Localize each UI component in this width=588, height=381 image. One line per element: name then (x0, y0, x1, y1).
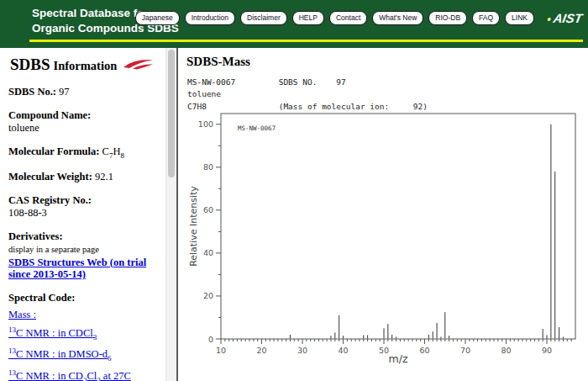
field-label: CAS Registry No.: (8, 194, 92, 206)
sdbs-swoosh-icon (122, 58, 154, 74)
nav-button-faq[interactable]: FAQ (472, 11, 500, 25)
svg-text:80: 80 (203, 162, 213, 172)
svg-text:70: 70 (460, 346, 470, 355)
sidebar-scrollbar[interactable] (165, 48, 176, 381)
derivatives-note: display in a separate page (8, 245, 162, 256)
field-value: toluene (8, 122, 162, 135)
nav-button-disclaimer[interactable]: Disclaimer (240, 11, 287, 25)
svg-text:50: 50 (379, 346, 389, 355)
field-label: SDBS No.: (8, 86, 56, 98)
svg-text:80: 80 (501, 346, 511, 355)
aist-logo-dot (547, 18, 551, 21)
field-value: 92.1 (95, 171, 113, 183)
header-underline (29, 40, 583, 42)
site-header: Spectral Database for Organic Compounds … (0, 0, 588, 48)
svg-text:60: 60 (203, 205, 213, 214)
nav-button-link[interactable]: LINK (505, 11, 534, 25)
svg-text:40: 40 (338, 346, 348, 355)
field-value: 108-88-3 (8, 207, 162, 220)
nav-button-rio-db[interactable]: RIO-DB (428, 11, 467, 25)
nav-button-japanese[interactable]: Japanese (135, 11, 180, 25)
content-row: SDBS Information SDBS No.: 97Compound Na… (0, 48, 588, 381)
svg-text:60: 60 (419, 346, 429, 355)
field-label: Molecular Formula: (8, 146, 99, 157)
field-label: Molecular Weight: (8, 171, 92, 183)
field-value: C7H8 (102, 146, 124, 157)
field-molecular-formula: Molecular Formula: C7H8 (8, 146, 162, 160)
svg-text:MS-NW-0067: MS-NW-0067 (238, 124, 276, 132)
nmr-link[interactable]: 13C NMR : in DMSO-d6 (8, 344, 162, 366)
nmr-links-list: 13C NMR : in CDCl313C NMR : in DMSO-d613… (8, 323, 162, 381)
svg-text:m/z: m/z (389, 352, 408, 365)
spectral-code-label: Spectral Code: (8, 292, 162, 304)
mass-spectrum-chart: 102030405060708090020406080100MS-NW-0067… (185, 108, 588, 381)
nav-button-introduction[interactable]: Introduction (185, 11, 235, 25)
structures-web-link[interactable]: SDBS Structures Web (on trial since 2013… (8, 257, 162, 281)
spectrum-heading: SDBS-Mass (186, 55, 250, 69)
svg-text:100: 100 (198, 119, 213, 129)
nav-button-help[interactable]: HELP (292, 11, 324, 25)
svg-text:90: 90 (542, 346, 552, 355)
sdbs-page: Spectral Database for Organic Compounds … (0, 0, 588, 381)
sidebar-title-sdbs: SDBS (10, 56, 50, 73)
nmr-link[interactable]: 13C NMR : in CD2Cl2 at 27C (8, 366, 162, 381)
sidebar-title-information: Information (54, 59, 118, 72)
field-molecular-weight: Molecular Weight: 92.1 (8, 171, 162, 183)
field-sdbs-no: SDBS No.: 97 (8, 86, 162, 98)
nmr-link[interactable]: 13C NMR : in CDCl3 (8, 323, 162, 345)
field-cas-registry-no: CAS Registry No.:108-88-3 (8, 194, 162, 220)
aist-logo[interactable]: AIST (546, 11, 583, 25)
svg-text:20: 20 (203, 291, 213, 300)
derivatives-block: Derivatives: display in a separate page … (8, 230, 162, 280)
sidebar-title: SDBS Information (10, 56, 162, 74)
info-sidebar: SDBS Information SDBS No.: 97Compound Na… (0, 48, 165, 381)
field-compound-name: Compound Name:toluene (8, 109, 162, 135)
field-value: 97 (59, 86, 70, 98)
svg-text:20: 20 (256, 346, 266, 355)
chart-container: 102030405060708090020406080100MS-NW-0067… (185, 108, 588, 381)
plot-area (221, 114, 575, 339)
svg-text:Relative Intensity: Relative Intensity (188, 186, 199, 267)
nav-button-contact[interactable]: Contact (329, 11, 367, 25)
spectrum-main-panel: SDBS-Mass MS-NW-0067 SDBS NO. 97 toluene… (178, 48, 588, 381)
derivatives-label: Derivatives: (8, 230, 63, 242)
svg-text:10: 10 (216, 346, 226, 355)
svg-text:40: 40 (203, 248, 213, 257)
mass-spectrum-link[interactable]: Mass : (8, 309, 36, 321)
sidebar-fields: SDBS No.: 97Compound Name:tolueneMolecul… (8, 86, 162, 220)
header-nav: JapaneseIntroductionDisclaimerHELPContac… (135, 11, 534, 25)
svg-text:0: 0 (208, 335, 213, 344)
field-label: Compound Name: (8, 109, 91, 121)
nav-button-what-s-new[interactable]: What's New (372, 11, 423, 25)
svg-text:30: 30 (297, 346, 307, 355)
sidebar-scrollbar-thumb[interactable] (168, 50, 175, 177)
